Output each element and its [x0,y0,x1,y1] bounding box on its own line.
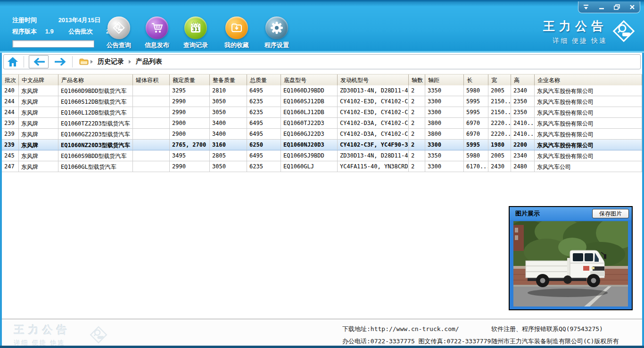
table-cell: 东风牌 [19,96,58,107]
breadcrumb-history[interactable]: 历史记录 [98,58,124,66]
table-row-6[interactable]: 245东风牌EQ1060S9BDD型载货汽车349528056495EQ1060… [2,150,642,161]
truck-photo [513,221,628,307]
table-cell: 2 [409,140,425,150]
table-cell: 6250 [247,140,281,150]
window-bottom-edge [0,346,644,348]
table-cell: EQ1060D9BDD型载货汽车 [58,85,133,96]
table-cell [133,150,170,161]
customize-button[interactable] [580,3,592,11]
table-cell: 3800 [425,118,464,128]
favorites-folder-icon [225,17,248,39]
table-row-5[interactable]: 239东风牌EQ1060NZ20D3型载货汽车2765, 27003160625… [2,140,642,150]
table-cell [133,107,170,117]
close-icon [629,4,635,10]
info-publish-button[interactable]: 信息发布 [140,17,174,51]
column-header-7[interactable]: 底盘型号 [281,75,338,85]
table-row-3[interactable]: 239东风牌EQ1060TZ22D3型载货汽车290034006495EQ106… [2,118,642,129]
column-header-13[interactable]: 高 [511,75,535,85]
program-settings-button[interactable]: 程序设置 [259,17,294,51]
close-button[interactable] [627,3,638,11]
table-cell: 东风汽车股份有限公司 [535,129,642,139]
table-cell: 6235 [247,96,281,107]
table-cell: 2 [409,85,425,96]
column-header-8[interactable]: 发动机型号 [338,75,409,85]
settings-gear-icon [265,17,288,39]
table-cell: 5980 [464,150,488,161]
column-header-6[interactable]: 总质量 [247,75,281,85]
table-cell: 2900 [170,129,210,139]
app-window: 注册时间 2013年4月15日 程序版本 1.9 公告批次 251 公告 [0,0,644,348]
column-header-10[interactable]: 轴距 [425,75,464,85]
table-cell: 1980 [488,140,511,150]
brand-title: 王力公告 [543,18,607,34]
table-cell: 3400 [210,129,247,139]
table-cell: CY4102-E3D, CY4102-C3D [338,107,409,117]
query-record-button[interactable]: 31 查询记录 [178,17,213,51]
column-header-9[interactable]: 轴数 [409,75,425,85]
divider [72,56,73,67]
table-cell: EQ1060TZ22D3型载货汽车 [58,118,133,128]
back-button[interactable] [29,55,49,68]
table-cell: 东风汽车股份有限公司 [535,96,642,107]
table-cell: EQ1060S12DB型载货汽车 [58,96,133,107]
brand-slogan: 详细 便捷 快速 [543,37,607,45]
table-cell: 2430 [488,161,511,172]
column-header-11[interactable]: 长 [464,75,488,85]
table-cell: 东风牌 [19,140,58,150]
announcement-query-button[interactable]: 公告查询 [101,17,136,51]
save-image-button[interactable]: 保存图片 [592,209,629,218]
table-cell: 3495 [170,150,210,161]
my-favorites-button[interactable]: 我的收藏 [219,17,254,51]
registration-info: 注册时间 2013年4月15日 程序版本 1.9 公告批次 251 [12,15,116,37]
table-cell: 2 [409,161,425,172]
table-cell: ZD30D13-4N, D28D11-4DA [338,85,409,96]
table-row-0[interactable]: 240东风牌EQ1060D9BDD型载货汽车329528106495EQ1060… [2,85,642,96]
table-row-4[interactable]: 239东风牌EQ1060GZ22D3型载货汽车290034006495EQ106… [2,129,642,140]
table-row-7[interactable]: 247东风牌EQ1060GL型载货汽车299030506235EQ1060GLJ… [2,161,642,172]
column-header-14[interactable]: 企业名称 [535,75,642,85]
table-cell: EQ1060GL型载货汽车 [58,161,133,172]
breadcrumb-arrow-icon [91,60,93,64]
forward-button[interactable] [51,56,70,68]
table-cell: 245 [2,150,19,161]
table-cell: 239 [2,140,19,150]
table-row-1[interactable]: 244东风牌EQ1060S12DB型载货汽车299030506235EQ1060… [2,96,642,107]
footer: 王力公告 详细 便捷 快速 下载地址:http://www.cn-truck.c… [2,319,642,346]
toolbar-label: 我的收藏 [219,41,254,50]
column-header-0[interactable]: 批次 [2,75,19,85]
column-header-3[interactable]: 罐体容积 [133,75,170,85]
table-cell: EQ1060NJ20D3 [281,140,338,150]
column-header-12[interactable]: 宽 [488,75,511,85]
table-cell: 3300 [425,107,464,117]
table-cell: 2 [409,150,425,161]
table-cell: 2805 [210,150,247,161]
table-cell: 6495 [247,150,281,161]
table-cell [133,96,170,107]
column-header-2[interactable]: 产品名称 [58,75,133,85]
home-button[interactable] [4,55,22,68]
table-cell: 东风牌 [19,107,58,117]
table-cell: 5995 [464,107,488,117]
table-cell: 2340 [511,85,535,96]
breadcrumb-product-list[interactable]: 产品列表 [136,58,162,66]
column-header-1[interactable]: 中文品牌 [19,75,58,85]
window-border [0,53,2,346]
status-input[interactable] [12,40,94,48]
table-cell: 3350 [425,85,464,96]
column-header-5[interactable]: 整备质量 [210,75,247,85]
table-cell: 244 [2,96,19,107]
image-preview-panel: 图片展示 保存图片 [509,206,633,310]
table-cell: EQ1060NZ20D3型载货汽车 [58,140,133,150]
minimize-button[interactable] [596,3,607,11]
table-row-2[interactable]: 244东风牌EQ1060L12DB型载货汽车299030506235EQ1060… [2,107,642,118]
table-cell: 3400 [210,118,247,128]
table-cell: 3350 [425,150,464,161]
table-cell: EQ1060SJ12DB [281,96,338,107]
brand-block: 王力公告 详细 便捷 快速 [543,18,607,45]
restore-button[interactable] [611,3,622,11]
table-cell: EQ1060GLJ [281,161,338,172]
table-cell: EQ1060LJ12DB [281,107,338,117]
column-header-4[interactable]: 额定质量 [170,75,210,85]
table-cell: 6970 [464,129,488,139]
table-cell: 6235 [247,161,281,172]
